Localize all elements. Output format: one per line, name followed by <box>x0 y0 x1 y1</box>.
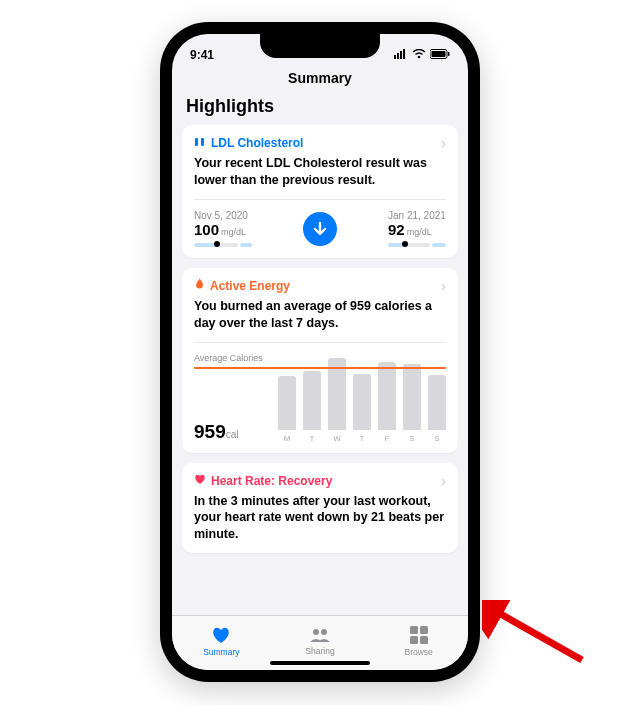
ldl-prev-range <box>194 242 252 248</box>
ldl-title: LDL Cholesterol <box>211 136 303 150</box>
chevron-right-icon: › <box>441 135 446 151</box>
card-header: LDL Cholesterol › <box>194 135 446 151</box>
tab-label: Browse <box>405 647 433 657</box>
bar-col: F <box>378 362 396 443</box>
svg-rect-6 <box>432 51 446 57</box>
ldl-prev-date: Nov 5, 2020 <box>194 210 252 221</box>
bar-day-label: W <box>333 434 341 443</box>
bar <box>353 374 371 430</box>
section-title-highlights: Highlights <box>182 94 458 125</box>
energy-title: Active Energy <box>210 279 290 293</box>
svg-point-11 <box>321 629 327 635</box>
card-heart-rate[interactable]: Heart Rate: Recovery › In the 3 minutes … <box>182 463 458 554</box>
bar-chart: MTWTFSS <box>278 363 446 443</box>
bar <box>378 362 396 430</box>
svg-rect-3 <box>403 49 405 59</box>
divider <box>194 342 446 343</box>
ldl-recent-range <box>388 242 446 248</box>
bar-col: S <box>403 364 421 442</box>
bar-day-label: S <box>434 434 439 443</box>
heart-filled-icon <box>211 626 231 646</box>
status-icons <box>394 48 450 62</box>
energy-body: You burned an average of 959 calories a … <box>194 298 446 332</box>
content-scroll[interactable]: Highlights LDL Cholesterol › Your recent… <box>172 94 468 615</box>
bar-col: S <box>428 375 446 443</box>
ldl-prev-col: Nov 5, 2020 100 mg/dL <box>194 210 252 248</box>
notch <box>260 34 380 58</box>
bar-day-label: T <box>360 434 365 443</box>
bar-col: M <box>278 376 296 442</box>
heart-icon <box>194 474 206 488</box>
bar-col: T <box>353 374 371 443</box>
ldl-recent-value: 92 mg/dL <box>388 221 446 238</box>
screen: 9:41 Summary Highlights <box>172 34 468 670</box>
svg-rect-15 <box>420 636 428 644</box>
card-active-energy[interactable]: Active Energy › You burned an average of… <box>182 268 458 453</box>
bar <box>403 364 421 429</box>
tab-sharing[interactable]: Sharing <box>271 616 370 666</box>
svg-rect-9 <box>201 138 204 146</box>
phone-frame: 9:41 Summary Highlights <box>160 22 480 682</box>
svg-point-4 <box>418 56 421 59</box>
flame-icon <box>194 278 205 293</box>
svg-rect-14 <box>410 636 418 644</box>
bar-day-label: F <box>385 434 390 443</box>
ldl-comparison: Nov 5, 2020 100 mg/dL <box>194 210 446 248</box>
signal-icon <box>394 48 408 62</box>
svg-rect-1 <box>397 53 399 59</box>
wifi-icon <box>412 48 426 62</box>
bar-col: T <box>303 371 321 443</box>
status-time: 9:41 <box>190 48 214 62</box>
svg-rect-0 <box>394 55 396 59</box>
annotation-arrow <box>482 600 592 674</box>
ldl-prev-value: 100 mg/dL <box>194 221 252 238</box>
svg-rect-13 <box>420 626 428 634</box>
ldl-recent-date: Jan 21, 2021 <box>388 210 446 221</box>
tab-summary[interactable]: Summary <box>172 616 271 666</box>
divider <box>194 199 446 200</box>
heart-body: In the 3 minutes after your last workout… <box>194 493 446 544</box>
bar-day-label: S <box>409 434 414 443</box>
avg-value: 959cal <box>194 399 272 443</box>
nav-title: Summary <box>172 64 468 94</box>
svg-rect-8 <box>195 138 198 146</box>
card-ldl[interactable]: LDL Cholesterol › Your recent LDL Choles… <box>182 125 458 258</box>
bar <box>303 371 321 430</box>
svg-rect-2 <box>400 51 402 59</box>
ldl-recent-col: Jan 21, 2021 92 mg/dL <box>388 210 446 248</box>
people-icon <box>309 627 331 645</box>
svg-line-16 <box>490 608 582 660</box>
bar-day-label: M <box>284 434 291 443</box>
trend-down-icon <box>303 212 337 246</box>
card-header: Heart Rate: Recovery › <box>194 473 446 489</box>
avg-label: Average Calories <box>194 353 446 363</box>
energy-chart: Average Calories 959cal MTWTFSS <box>194 353 446 443</box>
battery-icon <box>430 48 450 62</box>
card-header: Active Energy › <box>194 278 446 294</box>
bar <box>428 375 446 430</box>
ldl-icon <box>194 136 206 151</box>
svg-point-10 <box>313 629 319 635</box>
bar <box>278 376 296 429</box>
chevron-right-icon: › <box>441 278 446 294</box>
avg-line <box>194 367 446 369</box>
ldl-body: Your recent LDL Cholesterol result was l… <box>194 155 446 189</box>
home-indicator <box>270 661 370 665</box>
heart-title: Heart Rate: Recovery <box>211 474 332 488</box>
tab-label: Sharing <box>305 646 334 656</box>
grid-icon <box>410 626 428 646</box>
chevron-right-icon: › <box>441 473 446 489</box>
tab-label: Summary <box>203 647 239 657</box>
bar-day-label: T <box>310 434 315 443</box>
svg-rect-7 <box>448 52 450 56</box>
tab-browse[interactable]: Browse <box>369 616 468 666</box>
bar-col: W <box>328 358 346 443</box>
svg-rect-12 <box>410 626 418 634</box>
